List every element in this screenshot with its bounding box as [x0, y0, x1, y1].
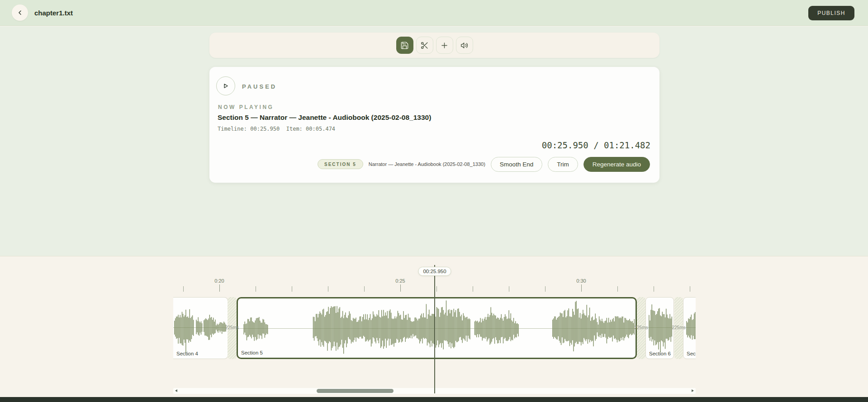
app-footer-bar	[0, 397, 868, 402]
trim-button[interactable]: Trim	[548, 157, 578, 172]
ruler-tick	[436, 286, 437, 292]
section-badge: SECTION 5	[318, 159, 363, 169]
scrollbar-thumb[interactable]	[317, 389, 394, 393]
time-display: 00:25.950 / 01:21.482	[542, 140, 650, 150]
clip-label: Section 5	[241, 350, 263, 355]
playhead[interactable]	[434, 265, 435, 393]
now-playing-card: PAUSED NOW PLAYING Section 5 — Narrator …	[209, 67, 659, 183]
clip-label: Section 4	[176, 351, 198, 356]
smooth-end-button[interactable]: Smooth End	[491, 157, 542, 172]
speaker-icon	[460, 41, 469, 50]
app-header: chapter1.txt PUBLISH	[0, 0, 868, 26]
back-button[interactable]	[12, 5, 28, 21]
audio-button[interactable]	[456, 37, 473, 54]
ruler-tick	[328, 286, 328, 292]
timeline-clip[interactable]: Section 4	[173, 297, 228, 359]
crossfade-duration-label: 225ms	[672, 325, 685, 330]
scroll-right-arrow-icon[interactable]	[692, 389, 694, 392]
ruler-tick	[545, 286, 545, 292]
waveform	[646, 298, 674, 357]
ruler-tick	[256, 286, 256, 292]
crossfade-duration-label: 225ms	[225, 325, 239, 330]
editor-section: PAUSED NOW PLAYING Section 5 — Narrator …	[0, 26, 868, 256]
ruler-time-label: 0:30	[576, 278, 586, 284]
ruler-tick	[183, 286, 184, 292]
scroll-left-arrow-icon[interactable]	[175, 389, 177, 392]
ruler-tick	[581, 284, 582, 292]
player-status-label: PAUSED	[242, 83, 277, 90]
clip-label: Section 7	[687, 351, 696, 356]
timeline-section: Section 4Section 5Section 6Section 7225m…	[0, 256, 868, 397]
player-actions-row: SECTION 5 Narrator — Jeanette - Audioboo…	[209, 156, 650, 172]
add-button[interactable]	[436, 37, 453, 54]
ruler-time-label: 0:20	[214, 278, 224, 284]
timeline-readout: Timeline: 00:25.950 Item: 00:05.474	[218, 126, 335, 132]
ruler-tick	[509, 286, 509, 292]
scissors-icon	[420, 41, 429, 50]
ruler-tick	[364, 286, 365, 292]
ruler-tick	[219, 284, 220, 292]
ruler-tick	[654, 286, 654, 292]
playhead-time-tooltip: 00:25.950	[418, 267, 451, 276]
timeline-clip[interactable]: Section 5	[237, 297, 637, 359]
ruler-tick	[292, 286, 292, 292]
plus-icon	[440, 41, 449, 50]
editing-toolbar	[209, 33, 659, 58]
cut-button[interactable]	[416, 37, 433, 54]
publish-button[interactable]: PUBLISH	[808, 6, 854, 20]
save-icon	[400, 41, 409, 50]
timeline-clip[interactable]: Section 6	[645, 297, 674, 359]
ruler-tick	[617, 286, 618, 292]
track-subtitle: Narrator — Jeanette - Audiobook (2025-02…	[369, 161, 485, 167]
page-title: chapter1.txt	[34, 9, 73, 17]
chevron-left-icon	[16, 9, 24, 16]
crossfade-duration-label: 225ms	[634, 325, 648, 330]
regenerate-audio-button[interactable]: Regenerate audio	[583, 157, 650, 172]
play-icon	[222, 82, 230, 90]
ruler-tick	[473, 286, 473, 292]
clip-label: Section 6	[649, 351, 671, 356]
now-playing-label: NOW PLAYING	[218, 104, 274, 110]
track-title: Section 5 — Narrator — Jeanette - Audiob…	[218, 114, 431, 122]
ruler-time-label: 0:25	[395, 278, 405, 284]
waveform	[238, 299, 637, 358]
waveform	[173, 298, 228, 357]
ruler-tick	[400, 284, 401, 292]
ruler-tick	[690, 286, 690, 292]
play-button[interactable]	[216, 76, 235, 95]
save-button[interactable]	[396, 37, 413, 54]
